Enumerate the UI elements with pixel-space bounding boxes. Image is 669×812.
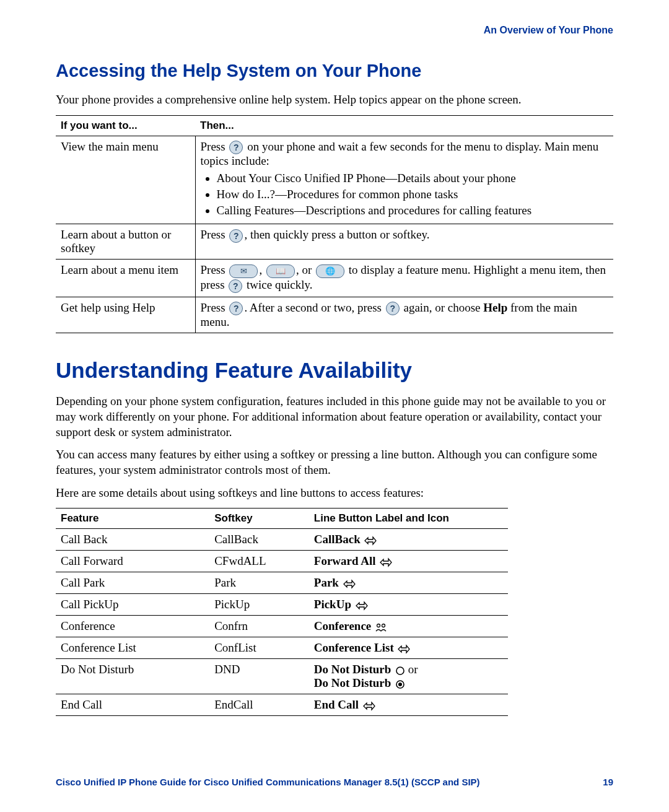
- table-row: Do Not DisturbDNDDo Not Disturb orDo Not…: [56, 659, 508, 694]
- svg-marker-10: [364, 702, 375, 710]
- softkey-name: Park: [209, 572, 309, 594]
- svg-marker-1: [380, 559, 391, 566]
- text: Press: [201, 263, 229, 276]
- feature-table: Feature Softkey Line Button Label and Ic…: [56, 508, 508, 716]
- feature-name: Do Not Disturb: [56, 659, 209, 694]
- section2-para3: Here are some details about using softke…: [56, 486, 613, 501]
- t1-r1-want: Learn about a button or softkey: [56, 224, 195, 260]
- help-system-table: If you want to... Then... View the main …: [56, 115, 613, 334]
- svg-marker-6: [398, 645, 409, 653]
- t1-r3-want: Get help using Help: [56, 297, 195, 333]
- table-row: Learn about a menu item Press ✉, 📖, or 🌐…: [56, 260, 613, 297]
- line-button-label: CallBack: [309, 529, 508, 551]
- directories-button-icon: 📖: [266, 264, 295, 278]
- messages-button-icon: ✉: [229, 264, 258, 278]
- table-row: End CallEndCallEnd Call: [56, 694, 508, 716]
- feature-name: Call Park: [56, 572, 209, 594]
- table-row: Call PickUpPickUpPickUp: [56, 594, 508, 616]
- softkey-name: ConfList: [209, 637, 309, 659]
- list-item: About Your Cisco Unified IP Phone—Detail…: [217, 172, 609, 185]
- section-heading-help: Accessing the Help System on Your Phone: [56, 61, 613, 81]
- table-row: Call BackCallBackCallBack: [56, 529, 508, 551]
- svg-marker-0: [365, 537, 376, 544]
- feature-name: Conference: [56, 616, 209, 637]
- table-row: Call ForwardCFwdALLForward All: [56, 551, 508, 572]
- line-button-label: Forward All: [309, 551, 508, 572]
- feature-name: Call Forward: [56, 551, 209, 572]
- table-row: View the main menu Press ? on your phone…: [56, 136, 613, 224]
- softkey-name: Confrn: [209, 616, 309, 637]
- table-row: Get help using Help Press ?. After a sec…: [56, 297, 613, 333]
- line-button-label: End Call: [309, 694, 508, 716]
- t1-r0-want: View the main menu: [56, 136, 195, 224]
- svg-point-9: [398, 683, 402, 686]
- help-button-icon: ?: [386, 302, 400, 315]
- footer-doc-title: Cisco Unified IP Phone Guide for Cisco U…: [56, 777, 480, 787]
- softkey-name: CFwdALL: [209, 551, 309, 572]
- svg-marker-2: [344, 580, 355, 588]
- text: , or: [296, 263, 315, 276]
- svg-marker-3: [356, 602, 367, 609]
- footer-page-number: 19: [603, 777, 613, 787]
- section-heading-feature-availability: Understanding Feature Availability: [56, 358, 613, 383]
- feature-name: Conference List: [56, 637, 209, 659]
- line-button-label: PickUp: [309, 594, 508, 616]
- t1-header-col2: Then...: [195, 115, 613, 136]
- table-row: Conference ListConfListConference List: [56, 637, 508, 659]
- text: on your phone and wait a few seconds for…: [201, 140, 599, 168]
- softkey-name: PickUp: [209, 594, 309, 616]
- table-row: Learn about a button or softkey Press ?,…: [56, 224, 613, 260]
- header-section-name: An Overview of Your Phone: [56, 25, 613, 36]
- t2-header-feature: Feature: [56, 509, 209, 529]
- feature-name: Call Back: [56, 529, 209, 551]
- svg-point-4: [377, 624, 380, 627]
- feature-name: End Call: [56, 694, 209, 716]
- t1-header-col1: If you want to...: [56, 115, 195, 136]
- text: ,: [259, 263, 265, 276]
- services-button-icon: 🌐: [316, 264, 344, 278]
- table-row: ConferenceConfrnConference: [56, 616, 508, 637]
- t1-r2-then: Press ✉, 📖, or 🌐 to display a feature me…: [195, 260, 613, 297]
- page-footer: Cisco Unified IP Phone Guide for Cisco U…: [56, 777, 613, 787]
- line-button-label: Do Not Disturb orDo Not Disturb: [309, 659, 508, 694]
- feature-name: Call PickUp: [56, 594, 209, 616]
- text: twice quickly.: [243, 278, 312, 291]
- svg-point-7: [396, 667, 404, 674]
- line-button-label: Park: [309, 572, 508, 594]
- text: again, or choose: [401, 301, 483, 314]
- text: Press: [201, 228, 229, 241]
- t1-r2-want: Learn about a menu item: [56, 260, 195, 297]
- page-container: An Overview of Your Phone Accessing the …: [0, 0, 669, 812]
- section1-intro: Your phone provides a comprehensive onli…: [56, 92, 613, 108]
- t1-r0-then: Press ? on your phone and wait a few sec…: [195, 136, 613, 224]
- t2-header-softkey: Softkey: [209, 509, 309, 529]
- help-button-icon: ?: [229, 302, 243, 315]
- softkey-name: EndCall: [209, 694, 309, 716]
- text: , then quickly press a button or softkey…: [244, 228, 429, 241]
- softkey-name: CallBack: [209, 529, 309, 551]
- section2-para2: You can access many features by either u…: [56, 447, 613, 478]
- help-button-icon: ?: [229, 141, 243, 154]
- text: Press: [201, 140, 229, 153]
- text: . After a second or two, press: [244, 301, 384, 314]
- text-bold: Help: [483, 301, 507, 314]
- help-button-icon: ?: [229, 279, 242, 293]
- main-menu-topics-list: About Your Cisco Unified IP Phone—Detail…: [201, 172, 609, 217]
- table-row: Call ParkParkPark: [56, 572, 508, 594]
- list-item: How do I...?—Procedures for common phone…: [217, 188, 609, 201]
- help-button-icon: ?: [229, 229, 243, 243]
- list-item: Calling Features—Descriptions and proced…: [217, 204, 609, 217]
- t1-r1-then: Press ?, then quickly press a button or …: [195, 224, 613, 260]
- t1-r3-then: Press ?. After a second or two, press ? …: [195, 297, 613, 333]
- section2-para1: Depending on your phone system configura…: [56, 394, 613, 440]
- softkey-name: DND: [209, 659, 309, 694]
- line-button-label: Conference: [309, 616, 508, 637]
- line-button-label: Conference List: [309, 637, 508, 659]
- svg-point-5: [382, 624, 385, 627]
- text: Press: [201, 301, 229, 314]
- t2-header-linebutton: Line Button Label and Icon: [309, 509, 508, 529]
